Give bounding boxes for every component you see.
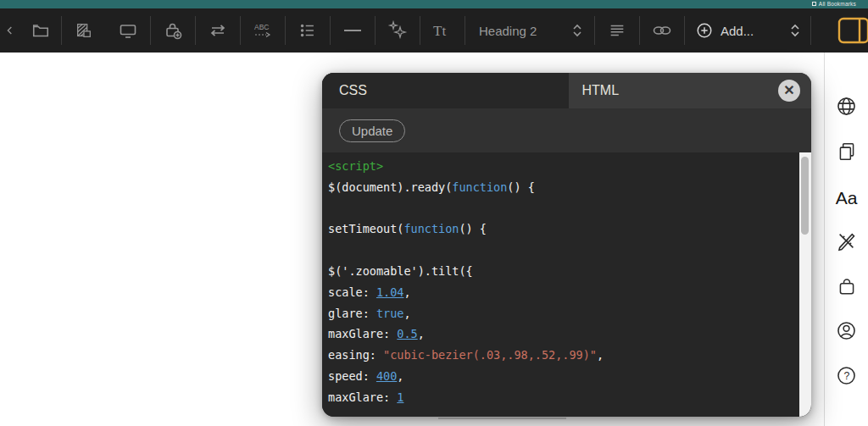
close-button[interactable]: ✕ (778, 80, 800, 102)
updown-chevrons-icon (570, 22, 584, 39)
sidebar-item-text[interactable]: Aa (835, 186, 858, 209)
app-window: All Bookmarks (0, 0, 868, 426)
toolbar-separator (810, 16, 811, 45)
bullet-list-icon (298, 21, 317, 40)
sidebar-item-pages[interactable] (835, 141, 858, 164)
hatched-page-icon (75, 21, 93, 40)
sidebar-item-web[interactable] (835, 97, 858, 119)
code-editor-area[interactable]: <script>$(document).ready(function() { s… (322, 152, 811, 417)
code-scrollbar-track[interactable] (799, 152, 811, 417)
code-editor-modal: CSS HTML ✕ Update <script>$(document).re… (322, 73, 811, 417)
lock-add-icon (163, 20, 183, 41)
top-menu-strip: All Bookmarks (0, 0, 868, 8)
hatched-page-button[interactable] (62, 8, 106, 53)
tt-icon-text: Tt (433, 23, 446, 39)
account-icon (835, 319, 858, 346)
help-glyph-text: ? (844, 370, 850, 382)
back-chevron-icon (3, 24, 17, 37)
background-content-edge (438, 418, 566, 419)
sidebar-item-account[interactable] (835, 321, 858, 344)
tab-css[interactable]: CSS (322, 73, 569, 108)
abc-icon-text: ABC (254, 23, 269, 31)
link-button[interactable] (640, 8, 684, 53)
text-style-button[interactable]: Tt (420, 8, 465, 53)
link-chain-icon (650, 21, 674, 40)
bookmarks-label: All Bookmarks (819, 1, 856, 7)
heading-style-select[interactable]: Heading 2 (465, 8, 594, 53)
text-style-icon: Tt (430, 19, 455, 41)
bookmarks-indicator[interactable]: All Bookmarks (812, 1, 856, 7)
sidebar-item-help[interactable]: ? (835, 366, 858, 389)
display-button[interactable] (106, 8, 150, 53)
design-tools-icon (835, 230, 858, 256)
add-button-label: Add... (721, 24, 782, 38)
align-button[interactable] (595, 8, 639, 53)
bullet-list-button[interactable] (286, 8, 330, 53)
code-scrollbar-thumb[interactable] (801, 157, 809, 235)
update-button[interactable]: Update (339, 119, 405, 142)
sidebar-item-design-tools[interactable] (835, 231, 858, 254)
yellow-bookmark-icon (836, 16, 868, 45)
tab-html[interactable]: HTML (569, 73, 812, 108)
swap-arrows-button[interactable] (196, 8, 240, 53)
modal-action-bar: Update (322, 108, 811, 152)
folder-icon (31, 21, 50, 40)
main-toolbar: ABC Tt (0, 8, 868, 53)
display-icon (118, 20, 138, 41)
globe-icon (835, 95, 858, 121)
spellcheck-abc-icon: ABC (252, 20, 274, 41)
bag-icon (836, 275, 858, 301)
spellcheck-button[interactable]: ABC (241, 8, 285, 53)
bookmarks-checkbox-icon (812, 2, 816, 6)
heading-select-value: Heading 2 (479, 24, 537, 38)
text-aa-icon: Aa (836, 186, 858, 209)
sidebar-item-bag[interactable] (835, 276, 858, 299)
back-button[interactable] (0, 8, 20, 53)
sparkle-stars-icon (387, 19, 409, 41)
code-lines: <script>$(document).ready(function() { s… (322, 152, 811, 408)
add-dropdown-button[interactable]: Add... (685, 8, 810, 53)
lock-add-button[interactable] (151, 8, 195, 53)
swap-arrows-icon (208, 20, 228, 41)
horizontal-rule-button[interactable] (331, 8, 375, 53)
highlighted-panel-button[interactable] (829, 8, 868, 53)
right-sidebar: Aa ? (824, 53, 868, 426)
add-circle-plus-icon (695, 21, 714, 40)
updown-chevrons-icon (788, 22, 802, 39)
folder-button[interactable] (20, 8, 61, 53)
align-lines-icon (608, 21, 626, 40)
help-icon: ? (835, 364, 858, 390)
horizontal-rule-icon (342, 21, 364, 40)
pages-icon (836, 141, 858, 166)
sparkle-button[interactable] (376, 8, 420, 53)
modal-tab-bar: CSS HTML ✕ (322, 73, 811, 108)
